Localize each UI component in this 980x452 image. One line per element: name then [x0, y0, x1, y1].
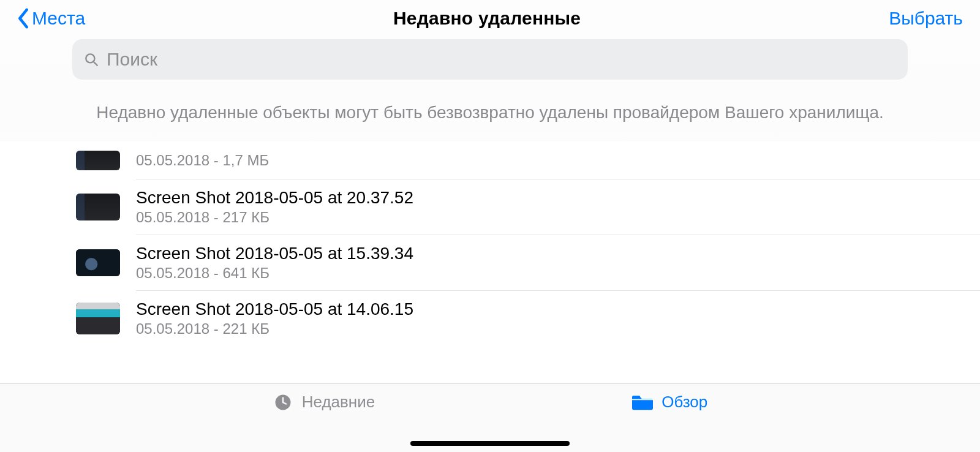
clock-icon: [273, 393, 293, 412]
tab-recent-label: Недавние: [302, 393, 375, 412]
search-field[interactable]: [72, 39, 908, 80]
thumbnail-icon: [76, 303, 120, 334]
chevron-left-icon: [17, 8, 29, 29]
list-item[interactable]: 05.05.2018 - 1,7 МБ: [0, 151, 980, 179]
file-meta: 05.05.2018 - 221 КБ: [136, 320, 413, 337]
file-name: Screen Shot 2018-05-05 at 14.06.15: [136, 299, 413, 319]
back-button[interactable]: Места: [17, 8, 85, 29]
back-label: Места: [32, 8, 85, 29]
thumbnail-icon: [76, 194, 120, 220]
tab-browse-label: Обзор: [662, 393, 707, 412]
file-meta: 05.05.2018 - 217 КБ: [136, 209, 413, 226]
file-meta: 05.05.2018 - 641 КБ: [136, 265, 413, 282]
info-banner: Недавно удаленные объекты могут быть без…: [0, 80, 980, 124]
search-input[interactable]: [107, 49, 897, 70]
list-item[interactable]: Screen Shot 2018-05-05 at 14.06.15 05.05…: [0, 291, 980, 346]
page-title: Недавно удаленные: [393, 8, 581, 29]
search-icon: [83, 51, 99, 67]
svg-line-1: [94, 62, 97, 66]
tab-recent[interactable]: Недавние: [273, 393, 375, 412]
svg-rect-4: [632, 399, 653, 400]
svg-rect-3: [632, 396, 640, 399]
tab-browse[interactable]: Обзор: [632, 393, 707, 412]
home-indicator[interactable]: [410, 441, 570, 446]
thumbnail-icon: [76, 249, 120, 276]
search-container: [0, 37, 980, 80]
header: Места Недавно удаленные Выбрать Недавно …: [0, 0, 980, 141]
list-item[interactable]: Screen Shot 2018-05-05 at 15.39.34 05.05…: [0, 235, 980, 290]
thumbnail-icon: [76, 151, 120, 170]
folder-icon: [632, 393, 653, 412]
select-button[interactable]: Выбрать: [889, 8, 963, 29]
file-meta: 05.05.2018 - 1,7 МБ: [136, 152, 269, 169]
navbar: Места Недавно удаленные Выбрать: [0, 0, 980, 37]
list-item[interactable]: Screen Shot 2018-05-05 at 20.37.52 05.05…: [0, 179, 980, 235]
file-name: Screen Shot 2018-05-05 at 20.37.52: [136, 188, 413, 208]
file-name: Screen Shot 2018-05-05 at 15.39.34: [136, 244, 413, 263]
